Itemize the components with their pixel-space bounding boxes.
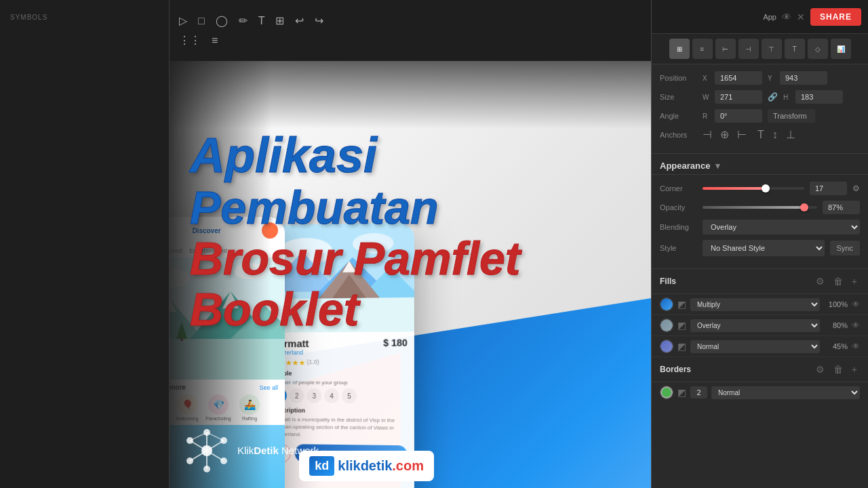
x-input[interactable]: 1654	[715, 71, 762, 85]
svg-line-10	[207, 451, 224, 461]
border-width-input[interactable]: 2	[690, 386, 707, 399]
angle-input[interactable]: 0°	[715, 109, 762, 123]
svg-line-14	[207, 432, 224, 441]
fill-1-type-select[interactable]: Multiply	[690, 298, 820, 311]
w-input[interactable]: 271	[715, 90, 762, 104]
tab-component[interactable]: ◇	[808, 39, 828, 59]
opacity-slider[interactable]	[703, 206, 817, 209]
right-properties-panel: App 👁 ✕ SHARE ⊞ ≡ ⊢ ⊣ ⊤ T ◇ 📊 Position X…	[651, 0, 868, 488]
style-select[interactable]: No Shared Style	[703, 240, 825, 256]
fill-3-checker: ◩	[677, 341, 686, 352]
circle-tool[interactable]: ◯	[213, 13, 231, 28]
share-button[interactable]: SHARE	[810, 8, 861, 26]
app-label: App	[763, 13, 776, 21]
anchor-top-icon[interactable]: T	[757, 129, 764, 141]
brand-detik: Detik	[254, 445, 279, 456]
align-tool[interactable]: ≡	[209, 33, 220, 48]
fill-1-visibility-icon[interactable]: 👁	[852, 300, 860, 309]
corner-value[interactable]: 17	[810, 182, 847, 195]
symbols-label: SYMBOLS	[0, 0, 169, 24]
opacity-value[interactable]: 87%	[823, 201, 860, 214]
opacity-slider-fill	[703, 206, 802, 209]
fill-2-type-select[interactable]: Overlay	[690, 319, 820, 332]
main-title-block: Aplikasi Pembuatan Brosur Pamflet Bookle…	[190, 129, 520, 335]
position-section: Position X 1654 Y 943 Size W 271 🔗 H 183…	[652, 64, 868, 154]
tab-align-right[interactable]: ⊤	[762, 39, 782, 59]
opacity-slider-thumb[interactable]	[800, 203, 808, 211]
image-tool[interactable]: ⊞	[273, 13, 287, 28]
canvas-area: Aplikasi Pembuatan Brosur Pamflet Bookle…	[170, 61, 651, 488]
blending-select[interactable]: Overlay Normal Multiply	[703, 220, 860, 235]
klikdetik-logo: kd klikdetik.com	[299, 451, 434, 481]
h-input[interactable]: 183	[795, 90, 843, 104]
border-1-color[interactable]	[660, 386, 673, 399]
y-input[interactable]: 943	[780, 71, 827, 85]
klikdetik-com: .com	[392, 458, 424, 473]
explore-label: Explore more	[170, 384, 186, 391]
grid-tool[interactable]: ⋮⋮	[176, 33, 203, 48]
corner-slider-thumb[interactable]	[762, 184, 770, 192]
fill-2-color[interactable]	[660, 319, 673, 332]
tab-arrange[interactable]: ⊞	[669, 39, 690, 59]
sync-button[interactable]: Sync	[830, 241, 860, 256]
border-style-select[interactable]: Normal	[711, 386, 860, 399]
undo-tool[interactable]: ↩	[292, 13, 307, 28]
brand-klik: Klik	[237, 445, 254, 456]
see-all-label: See all	[259, 384, 278, 391]
svg-line-13	[190, 432, 207, 441]
fill-2-visibility-icon[interactable]: 👁	[852, 321, 860, 330]
title-line-booklet: Booklet	[190, 284, 520, 335]
redo-tool[interactable]: ↪	[312, 13, 326, 28]
select-tool[interactable]: ▷	[176, 13, 190, 28]
anchor-right-icon[interactable]: ⊢	[737, 128, 747, 141]
tab-align-center[interactable]: ⊣	[738, 39, 759, 59]
tab-design[interactable]: ≡	[692, 39, 713, 59]
transform-btn[interactable]: Transform	[768, 109, 815, 123]
anchor-left-icon[interactable]: ⊣	[703, 128, 712, 141]
fill-2-opacity: 80%	[824, 321, 848, 329]
opacity-label: Opacity	[660, 203, 697, 211]
panel-header: App 👁 ✕ SHARE	[652, 0, 868, 34]
appearance-chevron-icon[interactable]: ▼	[713, 161, 722, 171]
anchors-label: Anchors	[660, 131, 697, 139]
borders-add-icon[interactable]: +	[849, 363, 860, 376]
corner-slider-fill	[703, 187, 764, 190]
fills-settings-icon[interactable]: ⚙	[813, 274, 827, 288]
tab-align-left[interactable]: ⊢	[715, 39, 736, 59]
corner-settings-icon[interactable]: ⚙	[852, 184, 860, 193]
position-label: Position	[660, 74, 697, 82]
people-label: People	[272, 370, 407, 377]
anchor-middle-icon[interactable]: ↕	[772, 129, 778, 141]
svg-rect-29	[170, 339, 285, 380]
tab-text[interactable]: T	[785, 39, 805, 59]
text-tool[interactable]: T	[256, 14, 268, 28]
border-row-1: ◩ 2 Normal	[652, 382, 868, 403]
fill-1-checker: ◩	[677, 299, 686, 310]
fill-3-opacity: 45%	[824, 342, 848, 350]
anchor-center-icon[interactable]: ⊕	[720, 128, 729, 141]
rating-stars: ★★★★★ (1.0)	[272, 359, 407, 367]
blending-row: Blending Overlay Normal Multiply	[660, 220, 860, 235]
borders-settings-icon[interactable]: ⚙	[813, 363, 827, 376]
appearance-section: Corner 17 ⚙ Opacity 87%	[652, 175, 868, 269]
main-container: SYMBOLS ▷ □ ◯ ✏ T ⊞ ↩ ↪ ⋮⋮ ≡ Aplikasi Pe…	[0, 0, 868, 488]
desc-label: Description	[272, 407, 407, 414]
fill-3-type-select[interactable]: Normal	[690, 340, 820, 353]
fill-3-color[interactable]	[660, 340, 673, 353]
corner-slider[interactable]	[703, 187, 804, 190]
appearance-header: Appearance ▼	[652, 154, 868, 175]
angle-row: Angle R 0° Transform	[660, 109, 860, 123]
kd-badge: kd	[309, 456, 334, 476]
pen-tool[interactable]: ✏	[236, 13, 250, 28]
fills-delete-icon[interactable]: 🗑	[831, 274, 846, 288]
lock-ratio-btn[interactable]: 🔗	[768, 92, 778, 102]
anchor-bottom-icon[interactable]: ⊥	[786, 128, 795, 141]
fill-3-visibility-icon[interactable]: 👁	[852, 342, 860, 351]
borders-delete-icon[interactable]: 🗑	[831, 363, 846, 376]
tab-chart[interactable]: 📊	[831, 39, 851, 59]
rect-tool[interactable]: □	[195, 14, 208, 28]
fills-add-icon[interactable]: +	[849, 274, 860, 288]
fill-1-color[interactable]	[660, 298, 673, 311]
borders-header: Borders ⚙ 🗑 +	[652, 357, 868, 382]
close-icon[interactable]: ✕	[797, 12, 805, 22]
